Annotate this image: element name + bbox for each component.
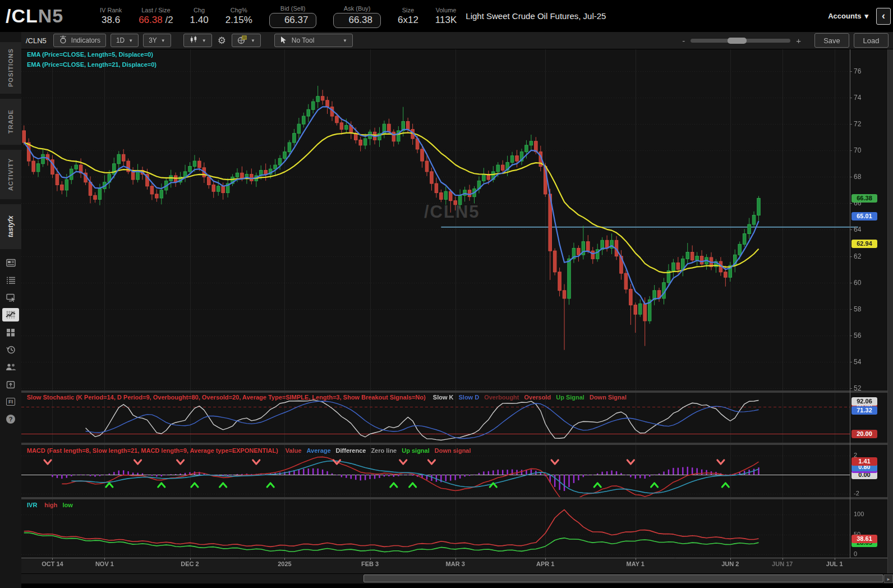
candlestick-icon xyxy=(189,35,198,45)
apps-icon xyxy=(6,328,15,337)
ivr-title: IVR xyxy=(27,502,37,508)
sidebar-icon-watchlist[interactable] xyxy=(2,273,19,287)
price-axis-tick: 74 xyxy=(854,94,861,102)
axis-badge-20.00: 20.00 xyxy=(851,430,877,438)
chg-label: Chg xyxy=(194,6,205,14)
timeframe-dropdown[interactable]: 1D ▼ xyxy=(111,34,139,47)
macd-axis-tick: -2 xyxy=(854,490,859,497)
sidebar-icon-apps[interactable] xyxy=(2,325,19,339)
chart-hscrollbar[interactable]: ▸ xyxy=(21,573,893,584)
x-axis-label-apr-1: APR 1 xyxy=(528,561,563,567)
load-button[interactable]: Load xyxy=(854,33,889,48)
fi-icon: FI xyxy=(6,398,15,406)
caret-down-icon: ▼ xyxy=(161,38,165,43)
x-axis-label-mar-3: MAR 3 xyxy=(438,561,473,567)
drawing-tool-dropdown[interactable]: No Tool ▼ xyxy=(274,34,353,47)
sidebar-icon-calendar[interactable] xyxy=(2,378,19,391)
stochastic-legend-item: Up Signal xyxy=(556,394,584,401)
ivr-legend-item: high xyxy=(44,502,57,508)
stochastic-legend-item: Overbought xyxy=(484,394,519,401)
indicators-button[interactable]: Indicators xyxy=(53,34,106,47)
arrow-right-icon: ▸ xyxy=(887,576,890,582)
volume-label: Volume xyxy=(436,6,457,14)
instrument-name: Light Sweet Crude Oil Futures, Jul-25 xyxy=(466,11,606,21)
right-edge-strip xyxy=(887,49,893,584)
chg-pct-value: 2.15% xyxy=(225,14,252,26)
stochastic-legend-item: Slow K xyxy=(433,394,454,401)
symbol-root: /CL xyxy=(6,5,38,26)
last-size-label: Last / Size xyxy=(141,6,170,14)
follow-icon xyxy=(6,363,16,371)
caret-down-icon: ▼ xyxy=(128,38,133,43)
chg-field: Chg 1.40 xyxy=(190,6,209,26)
news-icon xyxy=(6,259,16,267)
caret-down-icon: ▼ xyxy=(343,38,347,43)
layout-dropdown[interactable]: ▼ xyxy=(232,34,261,47)
macd-legend-item: Difference xyxy=(336,447,366,454)
cursor-icon xyxy=(280,36,287,45)
ivr-axis-tick: 0 xyxy=(854,550,857,557)
price-axis-tick: 72 xyxy=(854,120,861,128)
hscrollbar-right-button[interactable]: ▸ xyxy=(884,575,893,583)
macd-legend-item: Value xyxy=(286,447,302,454)
calendar-icon xyxy=(6,380,15,389)
sidebar-tab-trade[interactable]: TRADE xyxy=(0,99,21,145)
stochastic-title: Slow Stochastic (K Period=14, D Period=9… xyxy=(27,394,426,401)
hscrollbar-thumb[interactable] xyxy=(363,575,883,582)
sidebar-icon-news[interactable] xyxy=(2,256,19,269)
sidebar-icon-follow[interactable] xyxy=(2,360,19,374)
chevron-down-icon: ▾ xyxy=(864,12,868,20)
ivr-axis-tick: 100 xyxy=(854,511,864,517)
x-axis-label-jun-17: JUN 17 xyxy=(765,561,800,567)
sidebar-tab-activity[interactable]: ACTIVITY xyxy=(0,150,21,199)
axis-badge-92.06: 92.06 xyxy=(851,397,877,406)
range-dropdown[interactable]: 3Y ▼ xyxy=(143,34,171,47)
chart-toolbar: /CLN5 Indicators 1D ▼ 3Y ▼ ▼ ⚙ ▼ No Tool xyxy=(21,32,893,49)
zoom-out-button[interactable]: - xyxy=(682,36,685,45)
zoom-slider[interactable] xyxy=(691,39,790,43)
range-value: 3Y xyxy=(149,36,157,44)
sidebar-icon-fi[interactable]: FI xyxy=(2,395,19,408)
chg-pct-field: Chg% 2.15% xyxy=(225,6,252,26)
price-chart-canvas[interactable] xyxy=(21,49,893,584)
chart-settings-button[interactable]: ⚙ xyxy=(217,34,227,47)
zoom-control: - + xyxy=(682,36,801,45)
x-axis-label-nov-1: NOV 1 xyxy=(87,561,122,567)
chart-region: /CLN5 EMA (Price=CLOSE, Length=5, Displa… xyxy=(21,49,893,584)
watchlist-icon xyxy=(6,276,16,284)
zoom-in-button[interactable]: + xyxy=(796,36,801,45)
price-axis-tick: 62 xyxy=(854,252,861,260)
ema-legend: EMA (Price=CLOSE, Length=5, Displace=0) … xyxy=(27,51,156,68)
sidebar-icon-history[interactable] xyxy=(2,343,19,356)
accounts-menu[interactable]: Accounts ▾ xyxy=(828,12,868,20)
last-size-field: Last / Size 66.38 /2 xyxy=(139,6,173,26)
screen-icon xyxy=(6,293,16,302)
ask-button[interactable]: 66.38 xyxy=(333,13,381,28)
zoom-slider-thumb[interactable] xyxy=(728,38,747,44)
macd-legend: MACD (Fast length=8, Slow length=21, MAC… xyxy=(27,447,471,454)
sidebar-icon-help[interactable]: ? xyxy=(2,412,19,426)
iv-rank-value: 38.6 xyxy=(102,14,120,26)
x-axis-label-2025: 2025 xyxy=(268,561,302,567)
x-axis-label-feb-3: FEB 3 xyxy=(353,561,388,567)
chart-type-dropdown[interactable]: ▼ xyxy=(183,34,212,47)
bid-button[interactable]: 66.37 xyxy=(269,13,317,28)
save-button[interactable]: Save xyxy=(814,33,849,48)
bid-label: Bid (Sell) xyxy=(280,4,306,12)
axis-badge-62.94: 62.94 xyxy=(851,240,877,248)
sidebar-icon-chart[interactable] xyxy=(2,308,19,321)
history-icon xyxy=(6,345,16,354)
sidebar-tab-positions[interactable]: POSITIONS xyxy=(0,42,21,94)
ivr-legend-item: low xyxy=(63,502,73,508)
flask-icon xyxy=(59,35,67,45)
ema-slow-label: EMA (Price=CLOSE, Length=21, Displace=0) xyxy=(27,61,156,68)
collapse-panel-button[interactable]: ‹ xyxy=(876,8,891,25)
size-value: 6x12 xyxy=(398,14,418,26)
sidebar-tab-tastyfx[interactable]: tastyfx xyxy=(0,204,21,249)
sidebar-icon-screen[interactable] xyxy=(2,291,19,304)
timeframe-value: 1D xyxy=(116,36,125,44)
x-axis-label-may-1: MAY 1 xyxy=(618,561,653,567)
macd-legend-item: Up signal xyxy=(402,447,430,454)
bid-field: Bid (Sell) 66.37 xyxy=(269,4,317,28)
price-axis-tick: 54 xyxy=(854,358,861,366)
